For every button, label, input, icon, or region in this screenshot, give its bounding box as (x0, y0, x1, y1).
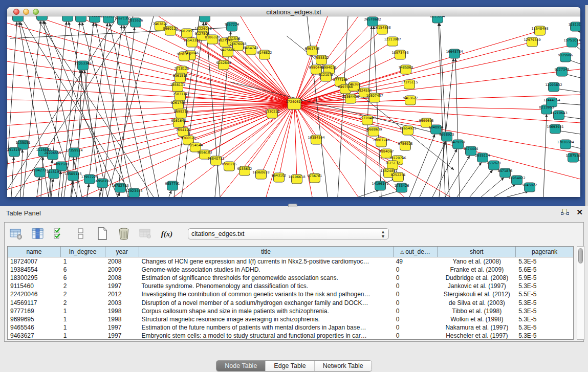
column-header-title[interactable]: title (139, 247, 394, 257)
graph-node-label: 9475685 (221, 48, 235, 52)
cell-short: Hescheler et al. (1997) (438, 332, 516, 339)
cell-year: 1997 (105, 282, 139, 290)
graph-node-label: 9756928 (398, 142, 413, 146)
network-window[interactable]: citations_edges.txt 14055724276914061065… (7, 7, 580, 197)
graph-node-label: 9131546 (226, 37, 241, 41)
tab-network-table[interactable]: Network Table (315, 361, 372, 371)
table-row[interactable]: 1456911722003Disruption of a novel membe… (8, 298, 573, 307)
cell-title: Genome-wide association studies in ADHD. (139, 266, 394, 273)
cell-name: 9115460 (8, 282, 61, 290)
table-row[interactable]: 1830029562008Estimation of significance … (8, 274, 573, 282)
network-window-titlebar[interactable]: citations_edges.txt (7, 7, 580, 16)
graph-node-label: 20364436 (342, 95, 359, 99)
cell-out_de: 0 (394, 324, 438, 331)
cell-year: 2008 (105, 258, 139, 265)
cell-name: 14569117 (8, 299, 61, 307)
cell-title: Estimation of the future numbers of pati… (139, 324, 394, 331)
cell-year: 1997 (105, 332, 139, 339)
graph-node-label: 6961758 (305, 47, 320, 51)
delete-table-icon[interactable] (138, 226, 153, 242)
table-row[interactable]: 2242004622012Investigating the contribut… (8, 290, 573, 298)
cell-title: Tourette syndrome. Phenomenology and cla… (139, 282, 394, 290)
table-row[interactable]: 1938455462009Genome-wide association stu… (8, 266, 573, 274)
table-row[interactable]: 946362711997Embryonic stem cells: a mode… (8, 332, 573, 340)
table-scrollbar-thumb[interactable] (578, 248, 583, 264)
graph-node-label: 8990215 (222, 162, 237, 166)
graph-node-label: 17240617 (286, 100, 302, 104)
graph-node-label: 8938923 (440, 133, 454, 137)
cell-in_degree: 1 (61, 258, 105, 265)
graph-node-label: 17375115 (401, 80, 418, 84)
column-header-in_degree[interactable]: in_degree (61, 247, 105, 257)
graph-node-label: 8454743 (244, 46, 258, 50)
select-rows-icon[interactable] (52, 226, 67, 242)
cytoscape-desktop: citations_edges.txt 14055724276914061065… (0, 0, 588, 206)
table-settings-icon[interactable] (9, 226, 24, 242)
graph-node-label: 9463627 (403, 96, 418, 100)
cell-title: Embryonic stem cells: a model to study s… (139, 332, 394, 339)
table-selector-dropdown[interactable]: citations_edges.txt ▲▼ (188, 228, 389, 239)
table-type-tabs: Node TableEdge TableNetwork Table (5, 360, 583, 371)
new-column-icon[interactable] (95, 226, 110, 242)
table-panel: Table Panel ✕ (0, 206, 588, 372)
network-view-canvas[interactable]: 1405572427691406106552571527602646616010… (7, 16, 580, 197)
graph-node-label: 18807249 (373, 138, 389, 142)
dropdown-arrows-icon: ▲▼ (381, 230, 385, 239)
table-header-row: namein_degreeyeartitle△out_de…shortpager… (8, 247, 573, 257)
cell-pagerank: 5.6E-5 (516, 266, 573, 273)
column-header-out_de[interactable]: △out_de… (394, 247, 438, 257)
table-scrollbar[interactable] (577, 246, 584, 340)
cell-name: 18300295 (8, 274, 61, 281)
graph-node-label: 9161648 (171, 119, 186, 123)
graph-node-label: 1840954 (429, 125, 444, 129)
cell-year: 1998 (105, 308, 139, 315)
cell-short: Wolkin et al. (1998) (438, 316, 516, 323)
cell-name: 9699695 (8, 316, 61, 323)
graph-node-label: 8215953 (539, 105, 554, 110)
graph-node-label: 9896132 (177, 52, 192, 56)
network-graph[interactable]: 1405572427691406106552571527602646616010… (7, 16, 580, 197)
graph-node[interactable] (37, 16, 48, 20)
float-panel-icon[interactable] (561, 208, 569, 216)
graph-node-label: 16782753 (112, 184, 128, 188)
graph-node[interactable] (13, 16, 24, 21)
column-chooser-icon[interactable] (30, 226, 46, 242)
column-header-pagerank[interactable]: pagerank (516, 247, 573, 257)
graph-node-label: 17359924 (66, 148, 82, 152)
close-panel-icon[interactable]: ✕ (576, 208, 583, 216)
cell-year: 1997 (105, 324, 139, 331)
graph-node-label: 16840731 (207, 157, 224, 161)
graph-node-label: 12444154 (543, 98, 560, 102)
graph-node-label: 2718120 (175, 67, 189, 71)
cell-year: 2012 (105, 291, 139, 298)
graph-node[interactable] (62, 16, 73, 21)
table-row[interactable]: 969969511998Structural magnetic resonanc… (8, 315, 573, 323)
column-header-year[interactable]: year (105, 247, 139, 257)
tab-edge-table[interactable]: Edge Table (266, 361, 314, 371)
tab-node-table[interactable]: Node Table (216, 361, 266, 371)
column-header-name[interactable]: name (8, 247, 61, 257)
cell-in_degree: 6 (61, 274, 105, 281)
graph-node-label: 10973493 (391, 51, 408, 55)
column-header-short[interactable]: short (438, 247, 516, 257)
graph-node-label: 1145194 (47, 170, 61, 174)
table-row[interactable]: 911546021997Tourette syndrome. Phenomeno… (8, 282, 573, 290)
function-builder-icon[interactable]: f(x) (159, 226, 175, 242)
cell-short: Stergiakouli et al. (2012) (438, 291, 516, 298)
graph-node-label: 9261766 (171, 101, 186, 105)
cell-short: Yano et al. (2008) (438, 258, 516, 265)
row-height-icon[interactable] (73, 226, 89, 242)
table-row[interactable]: 1872400712008Changes of HCN gene express… (8, 257, 573, 266)
graph-node-label: 8660123 (163, 27, 178, 31)
graph-node-label: 15720407 (359, 116, 376, 120)
graph-node-label: 9245022 (522, 183, 537, 187)
graph-node-label: 16960618 (252, 170, 269, 174)
table-row[interactable]: 977716911998Corpus callosum shape and si… (8, 307, 573, 315)
graph-node-label: 12213987 (384, 37, 401, 41)
cell-title: Changes of HCN gene expression and I(f) … (139, 258, 394, 265)
graph-node-label: 9884067 (379, 149, 394, 154)
delete-column-icon[interactable] (116, 226, 132, 242)
table-row[interactable]: 946554611997Estimation of the future num… (8, 323, 573, 332)
graph-node-label: 9227343 (555, 68, 570, 72)
graph-node-label: 7955812 (314, 56, 329, 60)
